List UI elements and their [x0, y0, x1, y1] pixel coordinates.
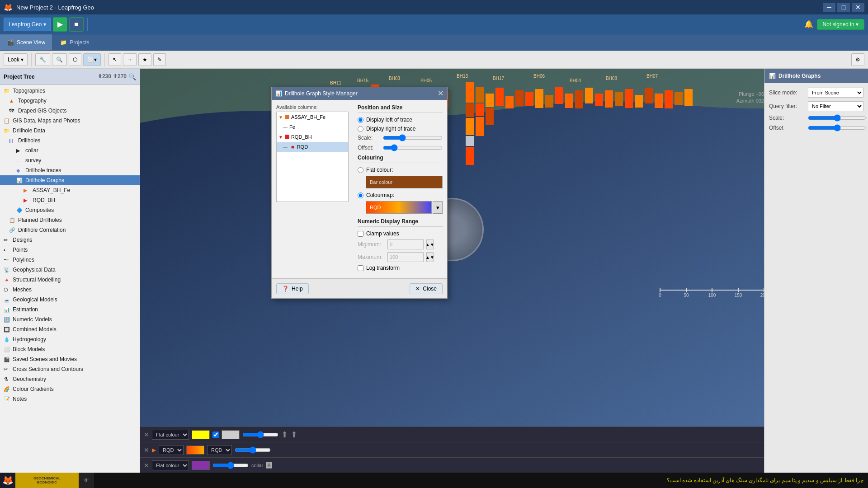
scene-tool-4[interactable]: ⬜▾ [83, 53, 101, 66]
sidebar-item-saved-scenes[interactable]: 🎬 Saved Scenes and Movies [0, 354, 140, 364]
tab-scene-view[interactable]: 🎬 Scene View [0, 34, 53, 50]
scale-slider[interactable] [383, 135, 443, 141]
maximum-row: Maximum: ▲▼ [358, 252, 443, 262]
scale-slider-rp[interactable] [808, 115, 866, 121]
bp-row2-slider[interactable] [235, 447, 271, 453]
sidebar-item-geophysical-data[interactable]: 📡 Geophysical Data [0, 265, 140, 275]
sidebar-item-planned-drillholes[interactable]: 📋 Planned Drillholes [0, 215, 140, 225]
bar-colour-swatch[interactable]: Bar colour [366, 176, 443, 188]
center-area: BH11 BH15 BH03 BH05 BH13 BH17 BH06 BH04 … [140, 69, 764, 488]
graphs-icon: 📊 [16, 178, 24, 183]
sidebar-item-polylines[interactable]: 〜 Polylines [0, 255, 140, 265]
sidebar-item-geological-models[interactable]: 🗻 Geological Models [0, 295, 140, 305]
minimum-row: Migimum: ▲▼ [358, 239, 443, 249]
maximum-input[interactable] [387, 252, 424, 262]
scene-tool-2[interactable]: 🔍 [52, 53, 67, 66]
sidebar-item-colour-gradients[interactable]: 🌈 Colour Gradients [0, 384, 140, 394]
maximum-spinner[interactable]: ▲▼ [426, 252, 434, 262]
scene-tool-3[interactable]: ⬡ [69, 53, 81, 66]
query-filter-dropdown[interactable]: No Filter [808, 101, 863, 111]
sidebar-item-notes[interactable]: 📝 Notes [0, 394, 140, 404]
look-button[interactable]: Look ▾ [4, 53, 28, 66]
app-name-button[interactable]: Leapfrog Geo ▾ [4, 18, 51, 31]
offset-slider[interactable] [383, 145, 443, 151]
maximize-button[interactable]: □ [837, 3, 850, 12]
minimum-input[interactable] [387, 239, 424, 249]
scene-tool-7[interactable]: ★ [138, 53, 151, 66]
sidebar-item-points[interactable]: • Points [0, 245, 140, 255]
bp-row2-colour-swatch[interactable] [186, 446, 204, 455]
sidebar-item-topography[interactable]: ▲ Topography [0, 96, 140, 106]
bp-row2-colour-dropdown[interactable]: RQD [159, 445, 184, 455]
record-button[interactable]: ⏹ [69, 17, 84, 32]
close-button[interactable]: ✕ [852, 3, 864, 12]
sidebar-item-composites[interactable]: 🔷 Composites [0, 205, 140, 215]
sidebar-item-collar[interactable]: ▶ collar [0, 145, 140, 155]
sidebar-item-hydrogeology[interactable]: 💧 Hydrogeology [0, 334, 140, 344]
sidebar-item-drillhole-correlation[interactable]: 🔗 Drillhole Correlation [0, 225, 140, 235]
colourmap-gradient-display[interactable]: RQD [366, 201, 432, 214]
scene-tool-5[interactable]: ↖ [108, 53, 121, 66]
notification-bell[interactable]: 🔔 [802, 18, 815, 31]
sidebar-item-drillhole-data[interactable]: 📁 Drillhole Data [0, 126, 140, 136]
minimum-spinner[interactable]: ▲▼ [426, 239, 434, 249]
sidebar-item-numeric-models[interactable]: 🔢 Numeric Models [0, 314, 140, 324]
sidebar-item-survey[interactable]: — survey [0, 155, 140, 165]
sidebar-item-block-models[interactable]: ⬜ Block Models [0, 344, 140, 354]
sidebar-item-assay-bh-fe[interactable]: ▶ ASSAY_BH_Fe [0, 185, 140, 195]
col-item-rqd[interactable]: — ■ RQD [277, 142, 348, 152]
help-button[interactable]: ❓ Help [276, 283, 309, 294]
bp-row2-close[interactable]: ✕ [144, 446, 149, 454]
available-columns-list[interactable]: ▼ ASSAY_BH_Fe — Fe ▼ [276, 112, 349, 202]
bp-row3-colour-swatch[interactable] [192, 461, 210, 470]
bp-row3-colour-dropdown[interactable]: Flat colour [152, 460, 189, 470]
bp-row3-close[interactable]: ✕ [144, 462, 149, 469]
sidebar-item-designs[interactable]: ✏ Designs [0, 235, 140, 245]
sidebar-item-rqd-bh[interactable]: ▶ RQD_BH [0, 195, 140, 205]
sidebar-item-gis-data[interactable]: 📋 GIS Data, Maps and Photos [0, 116, 140, 126]
bp-row1-colour-swatch[interactable] [192, 430, 210, 439]
play-button[interactable]: ▶ [53, 17, 67, 32]
flat-colour-radio[interactable] [358, 167, 363, 173]
offset-slider-rp[interactable] [808, 125, 866, 131]
sidebar-item-topographies[interactable]: 📁 Topographies [0, 86, 140, 96]
scene-tool-1[interactable]: 🔧 [35, 53, 50, 66]
sidebar-item-draped-gis[interactable]: 🗺 Draped GIS Objects [0, 106, 140, 116]
colourmap-radio[interactable] [358, 192, 363, 198]
sidebar-item-meshes[interactable]: ⬡ Meshes [0, 285, 140, 295]
scene-tool-8[interactable]: ✎ [153, 53, 166, 66]
clamp-values-checkbox[interactable] [358, 231, 363, 237]
sidebar-item-drillhole-traces[interactable]: ◆ Drillhole traces [0, 165, 140, 175]
col-item-assay-bh-fe[interactable]: ▼ ASSAY_BH_Fe [277, 112, 348, 122]
col-item-rqd-bh[interactable]: ▼ RQD_BH [277, 132, 348, 142]
scene-settings-button[interactable]: ⚙ [851, 53, 864, 66]
bp-row1-colour-dropdown[interactable]: Flat colour [152, 430, 189, 440]
sidebar-item-cross-sections[interactable]: ✂ Cross Sections and Contours [0, 364, 140, 374]
sidebar-item-drillhole-graphs[interactable]: 📊 Drillhole Graphs [0, 175, 140, 185]
sidebar-item-geochemistry[interactable]: ⚗ Geochemistry [0, 374, 140, 384]
colourmap-dropdown-button[interactable]: ▾ [433, 201, 443, 214]
scene-tool-6[interactable]: → [123, 53, 137, 66]
sidebar-item-estimation[interactable]: 📊 Estimation [0, 305, 140, 314]
dialog-close-footer-button[interactable]: ✕ Close [410, 283, 443, 294]
news-visibility-toggle[interactable]: 👁 [79, 473, 94, 488]
bp-row1-checkbox[interactable] [212, 432, 219, 438]
sidebar-search-button[interactable]: 🔍 [128, 73, 136, 80]
bp-row3-slider[interactable] [212, 462, 249, 469]
sign-in-button[interactable]: Not signed in ▾ [817, 19, 864, 30]
sidebar-item-structural-modelling[interactable]: 🔺 Structural Modelling [0, 275, 140, 285]
tab-projects[interactable]: 📁 Projects [53, 34, 97, 50]
bp-row1-second-swatch[interactable] [222, 430, 240, 439]
sidebar-item-combined-models[interactable]: 🔲 Combined Models [0, 324, 140, 334]
dialog-close-button[interactable]: ✕ [438, 90, 443, 97]
bp-row1-close[interactable]: ✕ [144, 431, 149, 438]
sidebar-item-drillholes[interactable]: ||| Drillholes [0, 136, 140, 145]
display-left-radio[interactable] [358, 117, 363, 123]
minimize-button[interactable]: ─ [823, 3, 835, 12]
bp-row2-second-dropdown[interactable]: RQD [207, 445, 232, 455]
slice-mode-dropdown[interactable]: From Scene [808, 88, 863, 98]
col-item-fe[interactable]: — Fe [277, 122, 348, 132]
bp-row1-slider[interactable] [242, 432, 278, 438]
display-right-radio[interactable] [358, 126, 363, 132]
log-transform-checkbox[interactable] [358, 265, 363, 271]
